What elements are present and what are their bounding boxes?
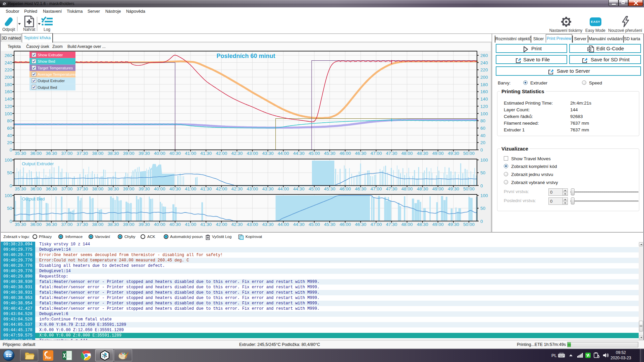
- svg-text:Output Extruder: Output Extruder: [38, 79, 65, 83]
- svg-text:40:00: 40:00: [154, 151, 165, 156]
- svg-text:Show Bed: Show Bed: [38, 59, 55, 63]
- svg-text:37:30: 37:30: [77, 151, 88, 156]
- svg-text:220: 220: [4, 67, 12, 72]
- svg-text:43:30: 43:30: [262, 186, 274, 191]
- svg-text:44:00: 44:00: [278, 186, 289, 191]
- svg-text:46:30: 46:30: [355, 222, 366, 227]
- svg-text:35:30: 35:30: [15, 222, 26, 227]
- svg-text:36:30: 36:30: [46, 222, 57, 227]
- svg-text:220: 220: [480, 67, 488, 72]
- svg-text:49:00: 49:00: [432, 186, 444, 191]
- svg-text:45:00: 45:00: [309, 222, 320, 227]
- svg-text:44:00: 44:00: [278, 151, 289, 156]
- svg-text:80: 80: [7, 118, 12, 123]
- svg-text:49:00: 49:00: [432, 222, 444, 227]
- svg-text:38:00: 38:00: [92, 222, 104, 227]
- svg-text:0: 0: [9, 183, 12, 188]
- svg-text:240: 240: [480, 60, 488, 65]
- svg-text:48:30: 48:30: [417, 151, 428, 156]
- svg-text:80: 80: [480, 118, 485, 123]
- svg-text:60: 60: [7, 126, 12, 131]
- svg-text:42:00: 42:00: [216, 222, 227, 227]
- svg-text:37:30: 37:30: [77, 186, 88, 191]
- svg-text:0: 0: [9, 219, 12, 224]
- svg-text:Target Temperatures: Target Temperatures: [38, 66, 73, 70]
- svg-text:Output Bed: Output Bed: [22, 196, 45, 201]
- svg-text:42:30: 42:30: [231, 151, 243, 156]
- svg-text:120: 120: [4, 104, 12, 109]
- svg-text:46:30: 46:30: [355, 186, 366, 191]
- svg-text:40: 40: [7, 133, 12, 138]
- svg-text:46:30: 46:30: [355, 151, 366, 156]
- svg-text:43:00: 43:00: [247, 151, 258, 156]
- svg-text:47:30: 47:30: [386, 186, 397, 191]
- svg-text:39:30: 39:30: [139, 186, 150, 191]
- svg-text:48:00: 48:00: [401, 151, 413, 156]
- svg-text:42:30: 42:30: [231, 222, 243, 227]
- svg-text:49:30: 49:30: [448, 151, 459, 156]
- svg-text:240: 240: [4, 60, 12, 65]
- svg-text:45:30: 45:30: [324, 186, 335, 191]
- svg-text:48:30: 48:30: [417, 186, 428, 191]
- svg-text:140: 140: [480, 97, 488, 102]
- svg-text:37:00: 37:00: [61, 186, 72, 191]
- svg-text:60: 60: [480, 126, 485, 131]
- svg-text:47:30: 47:30: [386, 151, 397, 156]
- svg-text:46:00: 46:00: [339, 222, 351, 227]
- svg-text:42:30: 42:30: [231, 186, 243, 191]
- svg-text:37:00: 37:00: [61, 222, 72, 227]
- svg-text:180: 180: [4, 82, 12, 87]
- svg-text:41:30: 41:30: [200, 151, 212, 156]
- svg-text:40:00: 40:00: [154, 222, 165, 227]
- svg-text:44:30: 44:30: [293, 151, 305, 156]
- svg-text:39:30: 39:30: [139, 222, 150, 227]
- svg-text:160: 160: [4, 89, 12, 94]
- svg-text:100: 100: [480, 193, 488, 198]
- svg-text:41:00: 41:00: [185, 151, 196, 156]
- svg-text:49:30: 49:30: [448, 186, 459, 191]
- svg-text:49:00: 49:00: [432, 151, 444, 156]
- svg-text:50: 50: [480, 170, 485, 175]
- svg-text:36:00: 36:00: [30, 151, 42, 156]
- svg-text:40: 40: [480, 133, 485, 138]
- svg-text:50:00: 50:00: [463, 222, 475, 227]
- svg-text:0: 0: [9, 147, 12, 153]
- svg-text:44:30: 44:30: [293, 222, 305, 227]
- svg-text:44:30: 44:30: [293, 186, 305, 191]
- svg-text:44:00: 44:00: [278, 222, 289, 227]
- svg-text:43:00: 43:00: [247, 186, 258, 191]
- svg-text:36:00: 36:00: [30, 222, 42, 227]
- svg-text:46:00: 46:00: [339, 151, 351, 156]
- svg-text:120: 120: [480, 104, 488, 109]
- svg-text:41:30: 41:30: [200, 186, 212, 191]
- svg-text:39:30: 39:30: [139, 151, 150, 156]
- svg-text:160: 160: [480, 89, 488, 94]
- svg-text:37:00: 37:00: [61, 151, 72, 156]
- svg-text:41:00: 41:00: [185, 222, 196, 227]
- svg-text:45:30: 45:30: [324, 151, 335, 156]
- svg-text:47:00: 47:00: [370, 186, 382, 191]
- svg-text:36:00: 36:00: [30, 186, 42, 191]
- svg-text:47:00: 47:00: [370, 222, 382, 227]
- svg-text:45:30: 45:30: [324, 222, 335, 227]
- svg-text:48:00: 48:00: [401, 186, 413, 191]
- svg-text:45:00: 45:00: [309, 186, 320, 191]
- svg-text:50: 50: [480, 206, 485, 211]
- svg-text:50: 50: [7, 206, 12, 211]
- svg-text:42:00: 42:00: [216, 151, 227, 156]
- svg-text:140: 140: [4, 97, 12, 102]
- svg-text:260: 260: [4, 53, 12, 58]
- svg-text:49:30: 49:30: [448, 222, 459, 227]
- svg-text:50:00: 50:00: [463, 186, 475, 191]
- svg-text:Show Extruder: Show Extruder: [38, 53, 63, 57]
- svg-text:48:30: 48:30: [417, 222, 428, 227]
- svg-text:100: 100: [480, 111, 488, 116]
- svg-text:Output Extruder: Output Extruder: [22, 161, 54, 166]
- svg-text:35:30: 35:30: [15, 186, 26, 191]
- svg-text:200: 200: [480, 75, 488, 80]
- svg-text:35:30: 35:30: [15, 151, 26, 156]
- svg-text:38:30: 38:30: [108, 186, 119, 191]
- svg-text:260: 260: [480, 53, 488, 58]
- svg-text:38:00: 38:00: [92, 151, 104, 156]
- svg-text:20: 20: [7, 140, 12, 145]
